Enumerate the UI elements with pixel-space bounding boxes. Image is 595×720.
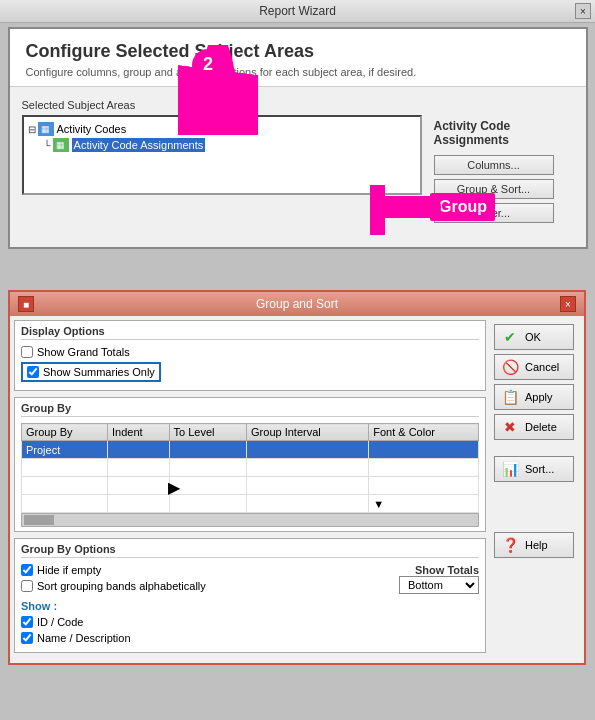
show-summaries-checkbox[interactable] (27, 366, 39, 378)
id-code-row: ID / Code (21, 616, 479, 628)
col-header-group-by: Group By (22, 424, 108, 441)
name-description-row: Name / Description (21, 632, 479, 644)
empty-cell-3 (169, 459, 247, 477)
button-divider (494, 444, 576, 452)
name-description-label: Name / Description (37, 632, 131, 644)
help-button[interactable]: ❓ Help (494, 532, 574, 558)
ok-button[interactable]: ✔ OK (494, 324, 574, 350)
wizard-body: Selected Subject Areas ⊟ ▦ Activity Code… (10, 87, 586, 239)
group-by-cell-interval (247, 441, 369, 459)
display-options-section: Display Options Show Grand Totals Show S… (14, 320, 486, 391)
empty-cell-9 (247, 477, 369, 495)
col-header-font-color: Font & Color (369, 424, 479, 441)
tree-expand-icon: ⊟ (28, 124, 36, 135)
show-totals-label: Show Totals (399, 564, 479, 576)
tree-parent-label: Activity Codes (57, 123, 127, 135)
apply-label: Apply (525, 391, 553, 403)
group-by-cell-project: Project (22, 441, 108, 459)
dialog-close-button[interactable]: × (560, 296, 576, 312)
columns-button[interactable]: Columns... (434, 155, 554, 175)
show-summaries-highlight: Show Summaries Only (21, 362, 161, 382)
options-right: Show Totals Bottom Top (399, 564, 479, 594)
empty-cell-12 (108, 495, 169, 513)
empty-cell-13 (169, 495, 247, 513)
col-header-indent: Indent (108, 424, 169, 441)
subject-areas-panel: Selected Subject Areas ⊟ ▦ Activity Code… (22, 99, 422, 227)
group-by-cell-to-level (169, 441, 247, 459)
tree-folder-icon: ▦ (38, 122, 54, 136)
show-grand-totals-checkbox[interactable] (21, 346, 33, 358)
sort-alphabetically-label: Sort grouping bands alphabetically (37, 580, 206, 592)
wizard-title: Configure Selected Subject Areas (26, 41, 570, 62)
empty-cell-14 (247, 495, 369, 513)
show-summaries-label: Show Summaries Only (43, 366, 155, 378)
horizontal-scrollbar[interactable] (21, 513, 479, 527)
delete-icon: ✖ (501, 418, 519, 436)
group-by-cell-indent (108, 441, 169, 459)
delete-label: Delete (525, 421, 557, 433)
main-title: Report Wizard (259, 4, 336, 18)
group-by-section: Group By Group By Indent To Level Group … (14, 397, 486, 532)
col-header-to-level: To Level (169, 424, 247, 441)
group-by-row-empty-1 (22, 459, 479, 477)
empty-cell-7 (108, 477, 169, 495)
group-by-row-empty-2 (22, 477, 479, 495)
empty-cell-5 (369, 459, 479, 477)
help-icon: ❓ (501, 536, 519, 554)
main-title-bar: Report Wizard × (0, 0, 595, 23)
sort-alphabetically-checkbox[interactable] (21, 580, 33, 592)
dialog-body: Display Options Show Grand Totals Show S… (10, 316, 584, 663)
empty-cell-1 (22, 459, 108, 477)
main-close-button[interactable]: × (575, 3, 591, 19)
display-options-title: Display Options (21, 325, 479, 340)
empty-cell-15: ▼ (369, 495, 479, 513)
dialog-main-content: Display Options Show Grand Totals Show S… (14, 320, 486, 659)
group-by-row-empty-3: ▼ (22, 495, 479, 513)
cancel-button[interactable]: 🚫 Cancel (494, 354, 574, 380)
show-grand-totals-row: Show Grand Totals (21, 346, 479, 358)
sort-button[interactable]: 📊 Sort... (494, 456, 574, 482)
group-by-title: Group By (21, 402, 479, 417)
col-header-group-interval: Group Interval (247, 424, 369, 441)
apply-button[interactable]: 📋 Apply (494, 384, 574, 410)
button-divider-2 (494, 486, 576, 494)
empty-cell-11 (22, 495, 108, 513)
hide-if-empty-label: Hide if empty (37, 564, 101, 576)
totals-position-select[interactable]: Bottom Top (399, 576, 479, 594)
id-code-checkbox[interactable] (21, 616, 33, 628)
sort-icon: 📊 (501, 460, 519, 478)
group-sort-button[interactable]: Group & Sort... (434, 179, 554, 199)
dialog-title-bar: ■ Group and Sort × (10, 292, 584, 316)
subject-areas-tree[interactable]: ⊟ ▦ Activity Codes └ ▦ Activity Code Ass… (22, 115, 422, 195)
ok-label: OK (525, 331, 541, 343)
subject-areas-label: Selected Subject Areas (22, 99, 422, 111)
show-row: Show : (21, 600, 479, 612)
show-grand-totals-label: Show Grand Totals (37, 346, 130, 358)
name-description-checkbox[interactable] (21, 632, 33, 644)
hide-if-empty-checkbox[interactable] (21, 564, 33, 576)
group-by-options-title: Group By Options (21, 543, 479, 558)
dialog-title: Group and Sort (256, 297, 338, 311)
delete-button[interactable]: ✖ Delete (494, 414, 574, 440)
tree-item-child[interactable]: └ ▦ Activity Code Assignments (28, 137, 416, 153)
activity-code-label: Activity Code Assignments (434, 119, 574, 147)
filter-button[interactable]: Filter... (434, 203, 554, 223)
empty-cell-8 (169, 477, 247, 495)
group-by-cell-font (369, 441, 479, 459)
cancel-icon: 🚫 (501, 358, 519, 376)
show-summaries-row: Show Summaries Only (21, 362, 479, 382)
group-by-row-1[interactable]: Project (22, 441, 479, 459)
sort-label: Sort... (525, 463, 554, 475)
dialog-icon: ■ (18, 296, 34, 312)
sort-alphabetically-row: Sort grouping bands alphabetically (21, 580, 206, 592)
ok-icon: ✔ (501, 328, 519, 346)
id-code-label: ID / Code (37, 616, 83, 628)
wizard-header: Configure Selected Subject Areas Configu… (10, 29, 586, 87)
wizard-window: Configure Selected Subject Areas Configu… (8, 27, 588, 249)
empty-cell-2 (108, 459, 169, 477)
options-left: Hide if empty Sort grouping bands alphab… (21, 564, 206, 596)
empty-cell-6 (22, 477, 108, 495)
tree-child-label[interactable]: Activity Code Assignments (72, 138, 206, 152)
help-label: Help (525, 539, 548, 551)
group-sort-dialog: ■ Group and Sort × Display Options Show … (8, 290, 586, 665)
